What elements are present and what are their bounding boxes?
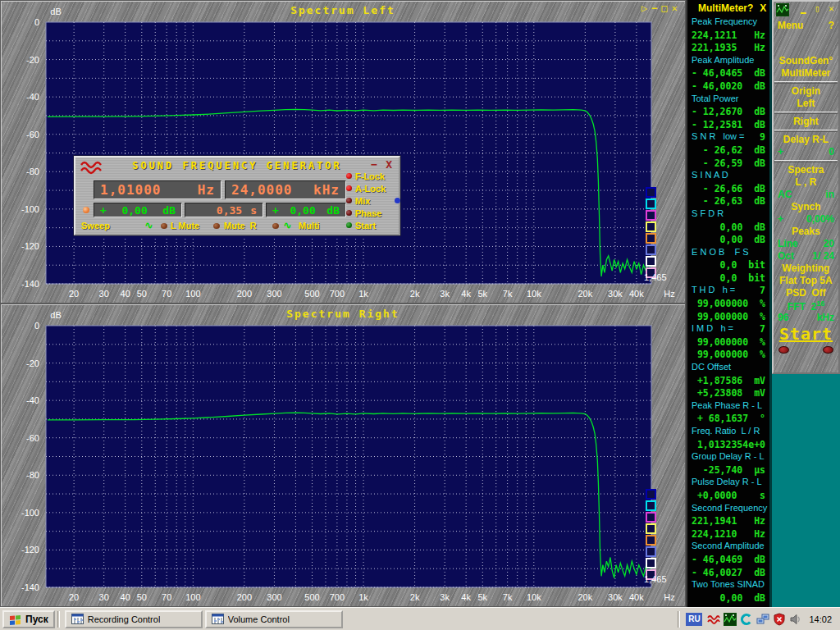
generator-option-row: A-Lock (346, 182, 400, 194)
close-button[interactable]: X (760, 2, 766, 14)
taskbar-button-recording-control[interactable]: Recording Control (65, 610, 203, 628)
sine-icon[interactable]: ∿ (283, 219, 292, 231)
r-mute-led[interactable] (272, 223, 279, 229)
panel-button-multimeter[interactable]: MultiMeter (774, 67, 838, 80)
trace-color-swatch[interactable] (646, 233, 656, 244)
trace-color-swatch[interactable] (646, 546, 656, 557)
trace-color-swatch[interactable] (646, 489, 656, 500)
trace-color-swatch[interactable] (646, 256, 656, 267)
generator-tray-icon[interactable] (707, 613, 720, 626)
l-mute-led[interactable] (161, 223, 167, 229)
panel-button-0[interactable]: +0 (774, 146, 838, 158)
panel-button-soundgen[interactable]: SoundGen° (774, 55, 838, 67)
multimeter-value: +1,87586 mV (687, 375, 769, 388)
trace-color-swatch[interactable] (646, 199, 656, 209)
mute-led[interactable] (213, 223, 220, 229)
a-lock-led[interactable] (346, 185, 352, 191)
multimeter-value: 1,0132354e+0 (687, 439, 769, 452)
l-mute-label[interactable]: L Mute (171, 221, 199, 231)
axis-tick-label: -20 (26, 55, 39, 65)
sine-icon[interactable]: ∿ (144, 219, 153, 231)
panel-button-left[interactable]: Left (774, 98, 838, 110)
start-button[interactable]: Пуск (2, 610, 55, 628)
mix-secondary-led[interactable] (395, 198, 400, 203)
axis-tick-label: 7k (503, 592, 513, 602)
panel-spacer (774, 32, 838, 55)
panel-button-menu[interactable]: Menu? (774, 20, 838, 32)
analyzer-tray-icon[interactable] (724, 613, 737, 626)
phase-led[interactable] (346, 210, 352, 216)
panel-button-line-20[interactable]: Line20 (774, 238, 838, 250)
a-lock-label[interactable]: A-Lock (355, 184, 386, 194)
frequency-display-left[interactable]: 1,01000Hz (94, 180, 221, 199)
amplitude-right-display[interactable]: +0,00dB (266, 203, 346, 217)
trace-color-swatch[interactable] (646, 187, 656, 198)
axis-tick-label: 700 (330, 592, 345, 602)
multimeter-value: - 12,2670 dB (687, 106, 769, 119)
f-lock-label[interactable]: F-Lock (355, 171, 385, 181)
amplitude-left-display[interactable]: +0,00dB (94, 203, 182, 217)
generator-minimize-button[interactable]: − (371, 158, 377, 171)
phase-label[interactable]: Phase (355, 208, 381, 218)
start-label[interactable]: Start (355, 221, 376, 231)
generator-close-button[interactable]: X (386, 158, 392, 171)
panel-button-origin[interactable]: Origin (774, 85, 838, 98)
axis-tick-label: -120 (21, 241, 39, 251)
tray-clock[interactable]: 14:02 (809, 614, 832, 624)
panel-button-weighting[interactable]: Weighting (774, 262, 838, 275)
run-button[interactable]: ▷ (641, 2, 650, 14)
trace-color-swatch[interactable] (646, 512, 656, 523)
help-button[interactable]: ? (747, 2, 753, 14)
mute-r-label[interactable]: Mute R (224, 221, 257, 231)
panel-button-fft-size[interactable]: FFT 216 (774, 299, 838, 312)
panel-button-peaks[interactable]: Peaks (774, 226, 838, 238)
sweep-time-display[interactable]: 0,35s (185, 203, 263, 217)
panel-button-flat-top-5a[interactable]: Flat Top 5A (774, 275, 838, 287)
multimeter-value: 0,00 dB (687, 592, 769, 605)
panel-button-delay-r-l[interactable]: Delay R-L (774, 134, 838, 146)
start-button[interactable]: Start (774, 324, 838, 344)
trace-color-swatch[interactable] (646, 558, 656, 568)
taskbar-button-volume-control[interactable]: Volume Control (205, 610, 343, 628)
trace-color-swatch[interactable] (646, 221, 656, 232)
panel-button-spectra[interactable]: Spectra (774, 164, 838, 176)
panel-button-psd-off[interactable]: PSD Off (774, 287, 838, 299)
trace-color-swatch[interactable] (646, 244, 656, 255)
trace-color-swatch[interactable] (646, 500, 656, 511)
panel-button-0-00[interactable]: +0,00% (774, 213, 838, 226)
panel-window-buttons[interactable]: ‗ ▯ ✕ (801, 3, 836, 14)
panel-button-ac-in[interactable]: ACin (774, 189, 838, 201)
mix-label[interactable]: Mix (355, 196, 370, 206)
panel-button-synch[interactable]: Synch (774, 201, 838, 213)
language-indicator[interactable]: RU (686, 613, 702, 626)
multimeter-label: Peak Frequency (687, 16, 769, 30)
codec-tray-icon[interactable] (740, 613, 753, 626)
close-button[interactable]: ✕ (672, 2, 680, 14)
frequency-display-right[interactable]: 24,0000kHz (225, 180, 346, 199)
network-tray-icon[interactable] (756, 613, 769, 626)
maximize-button[interactable]: □ (662, 2, 670, 14)
panel-button-right[interactable]: Right (774, 116, 838, 128)
security-alert-tray-icon[interactable] (773, 613, 786, 626)
trace-color-swatch[interactable] (646, 210, 656, 221)
taskbar-divider (57, 611, 60, 628)
multi-label[interactable]: Multi (299, 221, 320, 231)
generator-option-row: Mix (346, 194, 400, 207)
start-led[interactable] (346, 222, 352, 228)
sweep-led[interactable] (83, 207, 89, 213)
multimeter-value: - 26,63 dB (687, 195, 769, 208)
axis-tick-label: -100 (21, 204, 39, 214)
minimize-button[interactable]: − (651, 2, 660, 14)
f-lock-led[interactable] (346, 173, 352, 179)
panel-button-oct-1-24[interactable]: Oct1/ 24 (774, 250, 838, 262)
multimeter-value: 0,00 dB (687, 221, 769, 235)
mix-led[interactable] (346, 198, 352, 203)
panel-separator (774, 160, 838, 162)
trace-color-swatch[interactable] (646, 535, 656, 546)
sweep-label[interactable]: Sweep (81, 221, 110, 231)
panel-button-96-khz[interactable]: 96kHz (774, 312, 838, 324)
plot-title-left: Spectrum Left (1, 4, 685, 16)
volume-tray-icon[interactable] (789, 613, 802, 626)
trace-color-swatch[interactable] (646, 523, 656, 534)
panel-button-l-r[interactable]: L , R (774, 176, 838, 189)
